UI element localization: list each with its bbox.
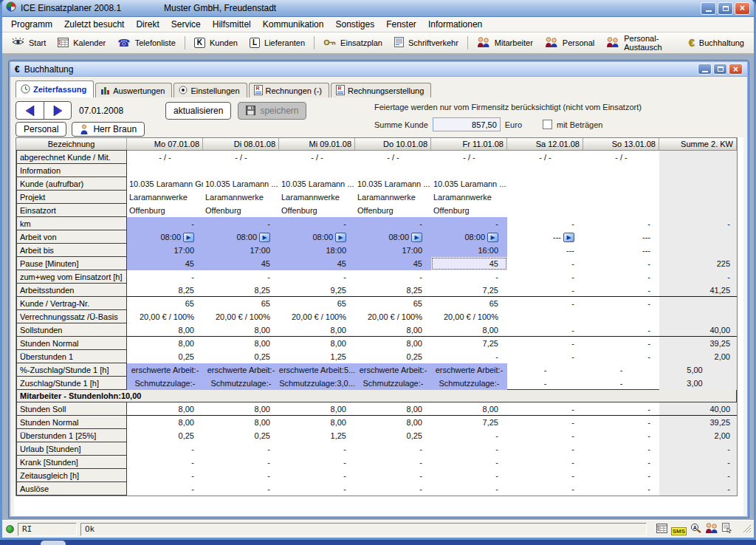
grid-cell[interactable]: 7,25: [431, 337, 507, 350]
grid-cell[interactable]: 18:00: [279, 244, 355, 257]
grid-cell[interactable]: [127, 164, 203, 177]
grid-cell[interactable]: Laramannwerke: [279, 191, 355, 204]
grid-cell[interactable]: - / -: [203, 151, 279, 164]
grid-cell[interactable]: 45: [203, 257, 279, 270]
calendar-icon[interactable]: [656, 523, 667, 536]
grid-cell[interactable]: -: [279, 270, 355, 284]
grid-cell[interactable]: 8,00: [431, 402, 507, 416]
resize-grip[interactable]: [742, 523, 752, 536]
grid-cell[interactable]: -: [583, 363, 659, 377]
grid-cell[interactable]: erschwerte Arbeit:-: [431, 363, 507, 377]
toolbar-button-einsatzplan[interactable]: Einsatzplan: [317, 37, 388, 49]
grid-cell[interactable]: 8,00: [279, 402, 355, 416]
grid-cell[interactable]: 7,25: [431, 416, 507, 429]
cell-picker-button[interactable]: ▶: [487, 233, 498, 242]
grid-cell[interactable]: -: [279, 217, 355, 230]
grid-cell[interactable]: [583, 310, 659, 323]
grid-cell[interactable]: -: [431, 442, 507, 456]
grid-cell[interactable]: erschwerte Arbeit:-: [127, 363, 203, 377]
grid-cell[interactable]: [507, 191, 583, 204]
grid-cell[interactable]: -: [431, 469, 507, 482]
grid-cell[interactable]: 8,25: [355, 284, 431, 297]
grid-cell[interactable]: -: [507, 456, 583, 469]
grid-cell[interactable]: Laramannwerke: [127, 191, 203, 204]
toolbar-button-schriftverkehr[interactable]: Schriftverkehr: [388, 35, 464, 50]
column-header[interactable]: Mo 07.01.08: [127, 138, 203, 151]
grid-cell[interactable]: erschwerte Arbeit:-: [203, 363, 279, 377]
grid-cell[interactable]: 0,25: [203, 429, 279, 442]
grid-cell[interactable]: 20,00 € / 100%: [279, 310, 355, 323]
grid-cell[interactable]: [507, 204, 583, 217]
grid-cell[interactable]: 8,00: [127, 337, 203, 350]
menu-service[interactable]: Service: [165, 17, 207, 32]
grid-cell[interactable]: 17:00: [127, 244, 203, 257]
grid-cell[interactable]: 08:00▶: [279, 230, 355, 244]
grid-cell[interactable]: -: [431, 270, 507, 284]
grid-cell[interactable]: 65: [203, 297, 279, 310]
grid-cell[interactable]: - / -: [583, 151, 659, 164]
save-button[interactable]: speichern: [238, 102, 306, 120]
grid-cell[interactable]: 65: [431, 297, 507, 310]
grid-cell[interactable]: 08:00▶: [431, 230, 507, 244]
menu-hilfsmittel[interactable]: Hilfsmittel: [207, 17, 257, 32]
grid-cell[interactable]: -: [507, 337, 583, 350]
grid-cell[interactable]: 10.035 Laramann ...: [355, 177, 431, 191]
sum-customer-input[interactable]: [433, 117, 501, 131]
grid-cell[interactable]: -: [507, 402, 583, 416]
grid-cell[interactable]: -: [507, 363, 583, 377]
toolbar-button-personal[interactable]: Personal: [539, 35, 600, 50]
grid-cell[interactable]: 7,25: [431, 284, 507, 297]
grid-cell[interactable]: Offenburg: [127, 204, 203, 217]
grid-cell[interactable]: 20,00 € / 100%: [431, 310, 507, 323]
grid-cell[interactable]: -: [583, 416, 659, 429]
grid-cell[interactable]: 65: [355, 297, 431, 310]
grid-cell[interactable]: -: [127, 482, 203, 496]
grid-cell[interactable]: 10.035 Laramann ...: [431, 177, 507, 191]
grid-cell[interactable]: -: [507, 257, 583, 270]
menu-direkt[interactable]: Direkt: [130, 17, 165, 32]
grid-cell[interactable]: -: [355, 469, 431, 482]
grid-cell[interactable]: -: [507, 323, 583, 337]
grid-cell[interactable]: -: [203, 456, 279, 469]
grid-cell[interactable]: 45: [279, 257, 355, 270]
grid-cell[interactable]: -: [583, 270, 659, 284]
grid-cell[interactable]: -: [507, 270, 583, 284]
grid-cell[interactable]: - / -: [431, 151, 507, 164]
grid-cell[interactable]: -: [431, 350, 507, 363]
grid-cell[interactable]: [583, 164, 659, 177]
cell-picker-button[interactable]: ▶: [183, 233, 194, 242]
grid-cell[interactable]: - / -: [507, 151, 583, 164]
grid-cell[interactable]: -: [203, 482, 279, 496]
maximize-button[interactable]: [718, 2, 733, 15]
grid-cell[interactable]: Schmutzzulage:-: [127, 377, 203, 390]
grid-cell[interactable]: 8,25: [203, 284, 279, 297]
toolbar-button-telefonliste[interactable]: ☎Telefonliste: [111, 36, 182, 49]
grid-cell[interactable]: ---: [507, 244, 583, 257]
column-header[interactable]: So 13.01.08: [583, 138, 659, 151]
grid-cell[interactable]: -: [583, 377, 659, 390]
grid-cell[interactable]: [583, 191, 659, 204]
grid-cell[interactable]: Schmutzzulage:3,0...: [279, 377, 355, 390]
grid-cell[interactable]: -: [127, 469, 203, 482]
grid-cell[interactable]: 8,00: [203, 402, 279, 416]
grid-cell[interactable]: -: [507, 350, 583, 363]
grid-cell[interactable]: [583, 204, 659, 217]
grid-cell[interactable]: -: [583, 469, 659, 482]
grid-cell[interactable]: 45: [431, 257, 507, 270]
grid-cell[interactable]: Offenburg: [431, 204, 507, 217]
grid-cell[interactable]: [431, 164, 507, 177]
cell-picker-button[interactable]: ▶: [411, 233, 422, 242]
grid-cell[interactable]: ---: [583, 230, 659, 244]
grid-cell[interactable]: 8,00: [127, 416, 203, 429]
grid-cell[interactable]: -: [127, 456, 203, 469]
tab-einstellungen[interactable]: Einstellungen: [173, 83, 247, 97]
cell-picker-button[interactable]: ▶: [335, 233, 346, 242]
grid-cell[interactable]: -: [507, 442, 583, 456]
grid-cell[interactable]: -: [355, 270, 431, 284]
grid-cell[interactable]: 8,00: [203, 323, 279, 337]
grid-cell[interactable]: -: [507, 469, 583, 482]
close-button[interactable]: ×: [735, 2, 750, 15]
menu-fenster[interactable]: Fenster: [380, 17, 422, 32]
menu-programm[interactable]: Programm: [5, 17, 58, 32]
grid-cell[interactable]: -: [127, 442, 203, 456]
